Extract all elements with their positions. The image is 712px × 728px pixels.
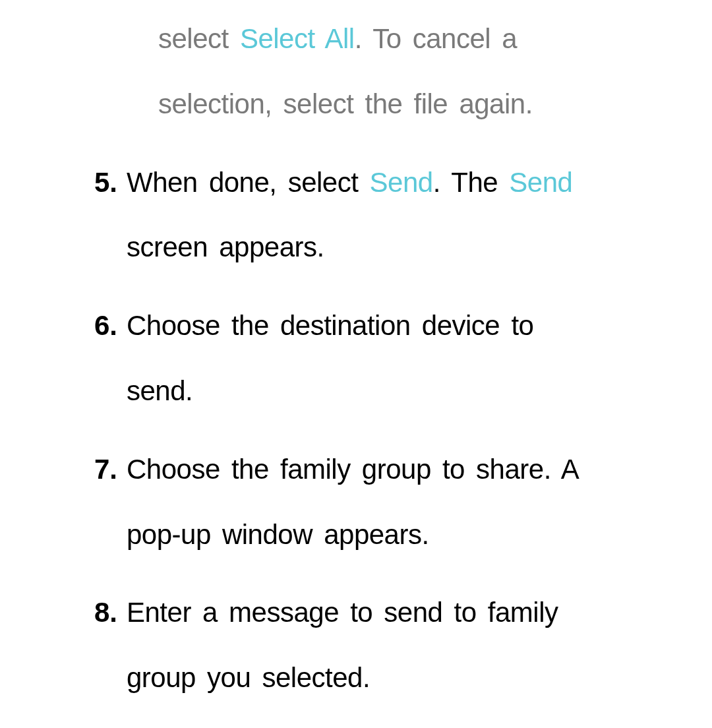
step-5: 5. When done, select Send. The Send scre…	[26, 164, 686, 268]
step-line: send.	[127, 372, 686, 411]
step-number: 7.	[78, 450, 117, 555]
step-line: Choose the family group to share. A	[127, 450, 686, 489]
step-number: 6.	[78, 307, 117, 411]
step-line: Enter a message to send to family	[127, 593, 686, 632]
step-number: 8.	[78, 593, 117, 728]
step-line: group you selected.	[127, 659, 686, 698]
text-fragment: When done, select	[127, 167, 370, 198]
step-6: 6. Choose the destination device to send…	[26, 307, 686, 411]
intro-line-1: select Select All. To cancel a	[158, 20, 686, 59]
step-8: 8. Enter a message to send to family gro…	[26, 593, 686, 728]
highlight-select-all: Select All	[240, 23, 355, 54]
intro-paragraph: select Select All. To cancel a selection…	[158, 20, 686, 124]
document-page: select Select All. To cancel a selection…	[0, 0, 712, 728]
intro-line-2: selection, select the file again.	[158, 85, 686, 124]
step-7: 7. Choose the family group to share. A p…	[26, 450, 686, 555]
step-body: Choose the family group to share. A pop-…	[127, 450, 686, 555]
step-line: screen appears.	[127, 228, 686, 267]
step-body: Choose the destination device to send.	[127, 307, 686, 411]
highlight-send: Send	[509, 167, 572, 198]
text-fragment: select	[158, 23, 240, 54]
step-line: Choose the destination device to	[127, 307, 686, 346]
step-body: Enter a message to send to family group …	[127, 593, 686, 728]
step-body: When done, select Send. The Send screen …	[127, 164, 686, 268]
text-fragment: . To cancel a	[355, 23, 518, 54]
text-fragment: . The	[433, 167, 510, 198]
step-line: pop-up window appears.	[127, 516, 686, 555]
step-number: 5.	[78, 164, 117, 268]
highlight-send: Send	[370, 167, 433, 198]
step-line: When done, select Send. The Send	[127, 164, 686, 202]
